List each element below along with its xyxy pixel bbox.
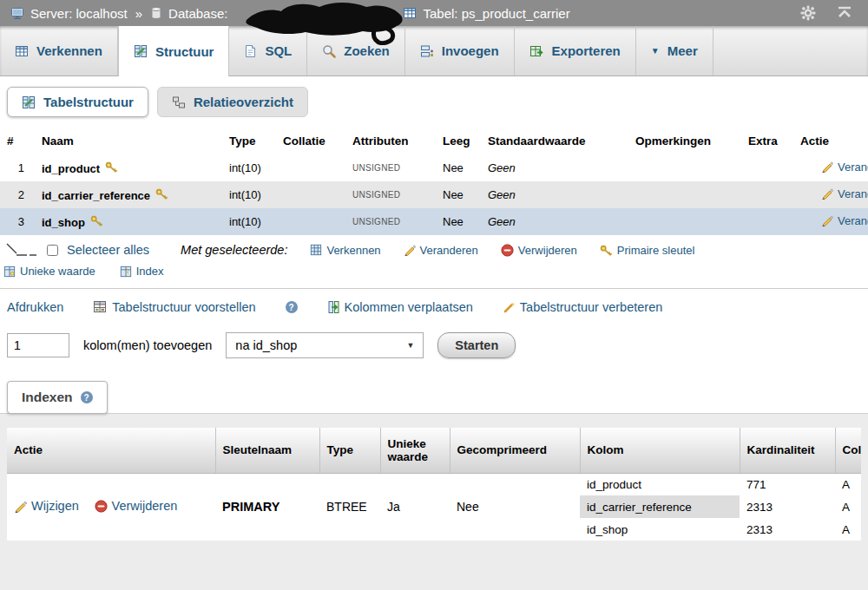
- indexes-table-container: Actie Sleutelnaam Type Unieke waarde Gec…: [7, 428, 861, 541]
- help-icon[interactable]: ?: [81, 391, 93, 403]
- tab-sql[interactable]: SQL: [229, 26, 307, 75]
- pencil-icon: [821, 187, 833, 200]
- col-header-actie[interactable]: Actie: [793, 128, 868, 154]
- idx-header-gecomprimeerd: Gecomprimeerd: [450, 428, 580, 473]
- select-all-link[interactable]: Selecteer alles: [67, 243, 149, 257]
- tab-label: Meer: [667, 43, 698, 58]
- column-name: id_product: [42, 162, 100, 175]
- primary-key-icon: [600, 245, 613, 256]
- browse-icon: [15, 44, 29, 58]
- index-column-name: id_shop: [580, 518, 740, 541]
- col-header-collatie[interactable]: Collatie: [276, 128, 345, 154]
- idx-header-collatie: Collatie: [835, 428, 861, 473]
- breadcrumb-separator: »: [135, 6, 142, 21]
- tab-label: Exporteren: [552, 43, 621, 58]
- col-header-naam[interactable]: Naam: [35, 128, 222, 154]
- with-selected-bar: Selecteer alles Met geselecteerde: Verke…: [0, 235, 868, 281]
- pencil-icon: [404, 244, 416, 256]
- phpmyadmin-window: Server: localhost » Database: Tabel: ps_…: [0, 0, 868, 590]
- breadcrumb-table[interactable]: Tabel: ps_product_carrier: [423, 6, 569, 21]
- col-header-type[interactable]: Type: [222, 128, 276, 154]
- start-button[interactable]: Starten: [437, 332, 516, 358]
- chevron-down-icon: ▼: [651, 46, 660, 56]
- subtab-relatieoverzicht[interactable]: Relatieoverzicht: [157, 87, 308, 117]
- indexes-legend: Indexen ?: [7, 381, 108, 414]
- structure-table-container: # Naam Type Collatie Attributen Leeg Sta…: [0, 128, 868, 235]
- index-cardinality: 2313: [740, 495, 835, 518]
- structure-header-row: # Naam Type Collatie Attributen Leeg Sta…: [0, 128, 868, 154]
- magic-wand-icon: [503, 301, 516, 314]
- idx-header-kolom: Kolom: [580, 428, 740, 473]
- structure-table: # Naam Type Collatie Attributen Leeg Sta…: [0, 128, 868, 235]
- drop-index-link[interactable]: Verwijderen: [95, 499, 178, 513]
- propose-structure-link[interactable]: Tabelstructuur voorstellen: [93, 300, 255, 314]
- improve-structure-link[interactable]: Tabelstructuur verbeteren: [503, 300, 662, 314]
- index-collation: A: [835, 495, 861, 518]
- indexes-fieldset: Actie Sleutelnaam Type Unieke waarde Gec…: [0, 413, 868, 590]
- idx-header-unieke-waarde: Unieke waarde: [380, 428, 450, 473]
- selected-index-link[interactable]: Index: [120, 265, 164, 278]
- pencil-icon: [821, 214, 833, 226]
- subtab-label: Relatieoverzicht: [194, 95, 293, 109]
- main-tab-bar: Verkennen Structuur SQL Zoeken Invoegen …: [0, 26, 868, 76]
- selected-browse-link[interactable]: Verkennen: [310, 244, 380, 257]
- change-column-link[interactable]: Veranderen: [821, 161, 868, 174]
- tab-exporteren[interactable]: Exporteren: [515, 26, 636, 75]
- tab-meer[interactable]: ▼ Meer: [636, 26, 713, 75]
- change-column-link[interactable]: Veranderen: [821, 187, 868, 200]
- col-header-opmerkingen[interactable]: Opmerkingen: [628, 128, 741, 154]
- col-header-attributen[interactable]: Attributen: [345, 128, 436, 154]
- selected-unique-link[interactable]: Unieke waarde: [3, 265, 95, 278]
- print-link[interactable]: Afdrukken: [7, 300, 63, 314]
- edit-index-link[interactable]: Wijzigen: [14, 499, 79, 513]
- sql-icon: [244, 44, 257, 58]
- tab-verkennen[interactable]: Verkennen: [0, 26, 118, 75]
- collapse-icon[interactable]: [837, 6, 852, 20]
- col-header-num[interactable]: #: [0, 128, 35, 154]
- tab-label: Invoegen: [442, 43, 499, 58]
- tab-label: Zoeken: [344, 43, 390, 58]
- pencil-icon: [14, 500, 27, 513]
- add-column-form: kolom(men) toevoegen na id_shop ▼ Starte…: [0, 325, 868, 370]
- idx-header-kardinaliteit: Kardinaliteit: [740, 428, 835, 473]
- server-icon: [10, 6, 24, 20]
- tab-structuur[interactable]: Structuur: [118, 26, 230, 76]
- index-column-name: id_carrier_reference: [580, 495, 740, 518]
- relation-icon: [172, 95, 186, 109]
- col-header-leeg[interactable]: Leeg: [436, 128, 481, 154]
- pencil-icon: [821, 161, 833, 173]
- idx-header-actie: Actie: [7, 428, 215, 473]
- table-row: 1 id_product int(10) UNSIGNED Nee Geen V…: [0, 154, 868, 181]
- move-columns-link[interactable]: Kolommen verplaatsen: [327, 300, 473, 314]
- change-column-link[interactable]: Veranderen: [821, 214, 868, 227]
- check-all-checkbox[interactable]: [47, 245, 58, 256]
- primary-key-icon: [90, 215, 103, 226]
- subtab-tabelstructuur[interactable]: Tabelstructuur: [7, 87, 148, 117]
- red-minus-circle-icon: [95, 500, 108, 513]
- breadcrumb-server[interactable]: Server: localhost: [30, 6, 128, 21]
- add-column-position-select[interactable]: na id_shop ▼: [226, 332, 424, 358]
- gear-icon[interactable]: [800, 5, 816, 21]
- index-cardinality: 2313: [740, 518, 835, 541]
- tab-invoegen[interactable]: Invoegen: [405, 26, 515, 75]
- add-column-count-input[interactable]: [7, 333, 69, 357]
- primary-key-icon: [155, 188, 168, 200]
- column-name: id_carrier_reference: [42, 189, 150, 202]
- col-header-standaardwaarde[interactable]: Standaardwaarde: [481, 128, 628, 154]
- tab-label: Structuur: [155, 44, 214, 59]
- help-icon[interactable]: ?: [286, 301, 298, 313]
- selected-change-link[interactable]: Veranderen: [404, 244, 478, 257]
- selected-primary-link[interactable]: Primaire sleutel: [600, 244, 695, 257]
- tab-zoeken[interactable]: Zoeken: [307, 26, 405, 75]
- idx-header-type: Type: [319, 428, 380, 473]
- database-icon: [150, 6, 162, 20]
- breadcrumb-database[interactable]: Database:: [168, 6, 227, 21]
- index-collation: A: [835, 518, 861, 541]
- col-header-extra[interactable]: Extra: [741, 128, 793, 154]
- table-actions-bar: Afdrukken Tabelstructuur voorstellen ? K…: [0, 289, 868, 325]
- analyze-table-icon: [93, 300, 108, 314]
- index-icon: [120, 266, 132, 278]
- table-row: 3 id_shop int(10) UNSIGNED Nee Geen Vera…: [0, 208, 868, 235]
- selected-drop-link[interactable]: Verwijderen: [501, 244, 577, 257]
- column-name: id_shop: [42, 216, 85, 229]
